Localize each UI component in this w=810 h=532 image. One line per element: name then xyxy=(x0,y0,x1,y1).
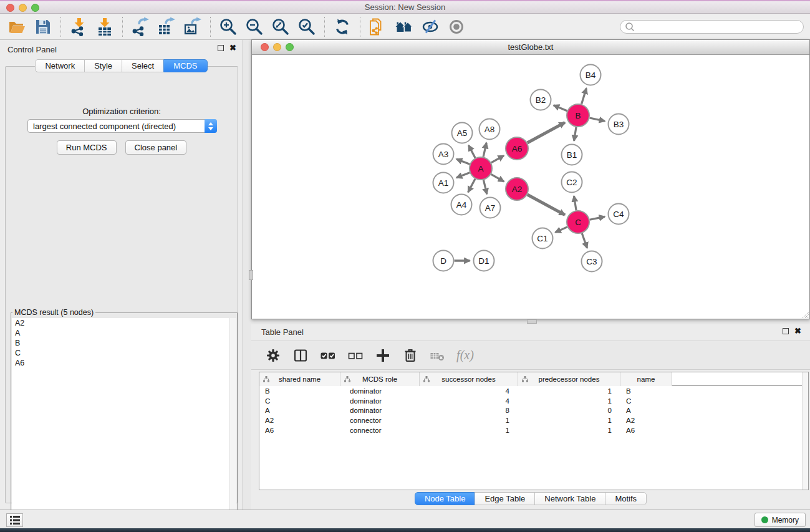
import-table-icon[interactable] xyxy=(92,15,118,39)
cell-MCDS-role[interactable]: dominator xyxy=(340,407,420,414)
node-B2[interactable]: B2 xyxy=(531,90,551,110)
mcds-result-item[interactable]: A2 xyxy=(12,318,236,328)
node-A1[interactable]: A1 xyxy=(433,173,454,193)
column-header-shared-name[interactable]: shared name xyxy=(259,372,340,386)
node-A3[interactable]: A3 xyxy=(433,144,454,165)
node-B[interactable]: B xyxy=(567,104,589,127)
node-C3[interactable]: C3 xyxy=(582,251,602,272)
cell-successor-nodes[interactable]: 1 xyxy=(420,417,518,424)
edge-B-B1[interactable] xyxy=(574,127,576,141)
resize-grip-icon[interactable] xyxy=(801,310,809,318)
cell-shared-name[interactable]: B xyxy=(259,387,340,395)
node-table[interactable]: shared nameMCDS rolesuccessor nodesprede… xyxy=(259,372,809,490)
node-C1[interactable]: C1 xyxy=(533,228,553,249)
edge-A-A4[interactable] xyxy=(468,179,475,192)
cell-MCDS-role[interactable]: connector xyxy=(340,427,420,434)
tab-edge-table[interactable]: Edge Table xyxy=(475,492,535,505)
toggle-column-view-icon[interactable] xyxy=(291,346,310,365)
tab-motifs[interactable]: Motifs xyxy=(605,492,647,505)
close-panel-icon[interactable]: ✖ xyxy=(794,328,801,334)
mcds-result-item[interactable]: B xyxy=(12,338,236,348)
edge-A-A7[interactable] xyxy=(483,180,486,194)
node-D[interactable]: D xyxy=(433,251,454,271)
column-header-successor-nodes[interactable]: successor nodes xyxy=(420,372,518,386)
table-body[interactable]: Bdominator41BCdominator41CAdominator80AA… xyxy=(259,386,808,435)
tab-select[interactable]: Select xyxy=(122,59,164,72)
column-header-name[interactable]: name xyxy=(620,372,672,386)
edge-A-A6[interactable] xyxy=(491,156,504,163)
node-C[interactable]: C xyxy=(567,211,589,233)
open-session-icon[interactable] xyxy=(4,15,30,39)
mcds-result-item[interactable]: A6 xyxy=(12,358,236,368)
edge-C-C3[interactable] xyxy=(582,233,587,248)
network-window-titlebar[interactable]: testGlobe.txt xyxy=(252,40,809,55)
node-A7[interactable]: A7 xyxy=(480,198,501,218)
cell-successor-nodes[interactable]: 4 xyxy=(420,387,518,395)
cell-name[interactable]: C xyxy=(620,397,672,405)
node-A5[interactable]: A5 xyxy=(452,123,473,143)
export-table-icon[interactable] xyxy=(153,15,180,39)
column-header-MCDS-role[interactable]: MCDS role xyxy=(340,372,420,386)
task-history-button[interactable] xyxy=(6,513,23,527)
node-A4[interactable]: A4 xyxy=(451,195,472,215)
search-field[interactable] xyxy=(620,20,804,34)
tab-network-table[interactable]: Network Table xyxy=(534,492,605,505)
cell-MCDS-role[interactable]: dominator xyxy=(340,387,420,395)
home-icon[interactable] xyxy=(391,15,417,39)
show-eye-icon[interactable] xyxy=(443,15,470,39)
edge-B-B3[interactable] xyxy=(590,118,605,121)
split-divider-handle[interactable] xyxy=(249,270,253,280)
cell-name[interactable]: A2 xyxy=(620,417,672,424)
edge-A-A2[interactable] xyxy=(491,174,504,181)
zoom-fit-icon[interactable] xyxy=(268,15,294,39)
cell-MCDS-role[interactable]: dominator xyxy=(340,397,420,405)
table-header-row[interactable]: shared nameMCDS rolesuccessor nodesprede… xyxy=(259,372,808,386)
node-C2[interactable]: C2 xyxy=(562,172,582,193)
cell-shared-name[interactable]: A6 xyxy=(259,427,340,434)
cell-name[interactable]: A6 xyxy=(620,427,672,434)
table-row[interactable]: A2connector11A2 xyxy=(259,415,808,425)
edge-A-A1[interactable] xyxy=(456,173,470,178)
node-A8[interactable]: A8 xyxy=(480,119,500,140)
zoom-selected-icon[interactable] xyxy=(294,15,320,39)
cell-predecessor-nodes[interactable]: 1 xyxy=(518,387,620,395)
mcds-result-list[interactable]: A2ABCA6 xyxy=(12,318,236,518)
zoom-in-icon[interactable] xyxy=(215,15,241,39)
edge-C-C4[interactable] xyxy=(590,216,605,220)
float-panel-icon[interactable] xyxy=(783,328,789,334)
tab-mcds[interactable]: MCDS xyxy=(163,59,207,72)
edge-B-B2[interactable] xyxy=(554,105,567,111)
node-A2[interactable]: A2 xyxy=(506,178,528,200)
save-session-icon[interactable] xyxy=(30,15,56,39)
node-B4[interactable]: B4 xyxy=(581,65,601,85)
deselect-all-icon[interactable] xyxy=(346,346,365,365)
node-B3[interactable]: B3 xyxy=(609,114,629,135)
node-D1[interactable]: D1 xyxy=(474,251,494,271)
tab-network[interactable]: Network xyxy=(35,59,85,72)
hide-graphics-details-icon[interactable] xyxy=(417,15,443,39)
node-A[interactable]: A xyxy=(470,157,492,180)
cell-successor-nodes[interactable]: 1 xyxy=(420,427,518,434)
cell-name[interactable]: A xyxy=(620,407,672,414)
edge-C-C2[interactable] xyxy=(574,196,576,210)
cell-shared-name[interactable]: A xyxy=(259,407,340,414)
new-session-from-network-icon[interactable] xyxy=(365,15,391,39)
cell-predecessor-nodes[interactable]: 1 xyxy=(518,417,620,424)
delete-table-icon[interactable] xyxy=(428,346,447,365)
float-panel-icon[interactable] xyxy=(218,45,224,51)
delete-column-icon[interactable] xyxy=(401,346,420,365)
tab-node-table[interactable]: Node Table xyxy=(415,492,476,505)
cell-successor-nodes[interactable]: 8 xyxy=(420,407,518,414)
table-row[interactable]: Adominator80A xyxy=(259,406,808,416)
table-row[interactable]: Bdominator41B xyxy=(259,386,808,396)
export-image-icon[interactable] xyxy=(180,15,206,39)
node-A6[interactable]: A6 xyxy=(506,137,528,160)
select-all-icon[interactable] xyxy=(319,346,337,365)
refresh-layout-icon[interactable] xyxy=(329,15,355,39)
import-network-icon[interactable] xyxy=(65,15,92,39)
close-panel-icon[interactable]: ✖ xyxy=(229,45,236,51)
settings-gear-icon[interactable] xyxy=(264,346,282,365)
run-mcds-button[interactable]: Run MCDS xyxy=(57,140,117,155)
network-canvas[interactable]: AA1A2A3A4A5A6A7A8BB1B2B3B4CC1C2C3C4DD1 xyxy=(252,56,809,319)
node-B1[interactable]: B1 xyxy=(562,145,582,165)
